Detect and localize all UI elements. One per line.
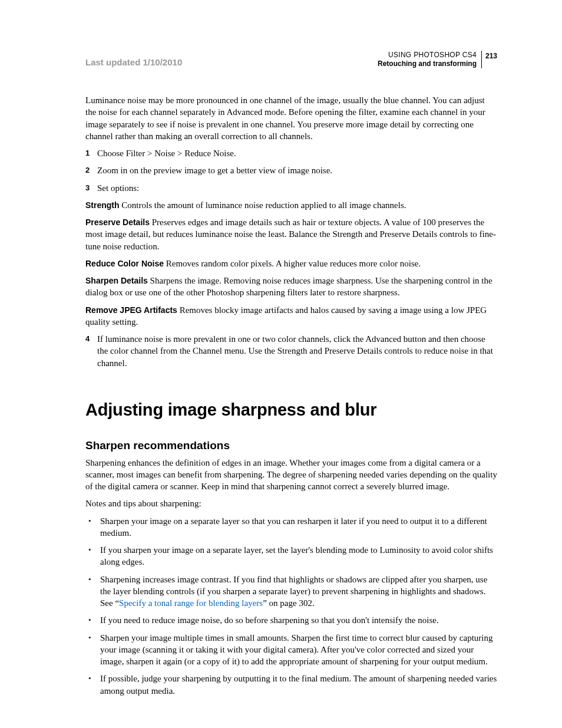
step-3: 3 Set options: xyxy=(85,182,497,194)
tip-item: • Sharpen your image on a separate layer… xyxy=(85,515,497,539)
definition-strength: Strength Controls the amount of luminanc… xyxy=(85,199,497,211)
step-text: Set options: xyxy=(97,182,497,194)
step-4: 4 If luminance noise is more prevalent i… xyxy=(85,333,497,369)
def-term: Remove JPEG Artifacts xyxy=(85,305,177,315)
tip-text: Sharpen your image on a separate layer s… xyxy=(100,515,497,539)
bullet-icon: • xyxy=(85,574,100,585)
def-text: Controls the amount of luminance noise r… xyxy=(120,200,406,210)
tip-text: Sharpening increases image contrast. If … xyxy=(100,574,497,610)
bullet-icon: • xyxy=(85,632,100,643)
def-term: Preserve Details xyxy=(85,218,150,227)
bullet-icon: • xyxy=(85,614,100,625)
tip-item: • Sharpening increases image contrast. I… xyxy=(85,574,497,610)
notes-intro: Notes and tips about sharpening: xyxy=(85,498,497,509)
step-number: 3 xyxy=(85,182,97,193)
step-number: 1 xyxy=(85,147,97,159)
page-header: Last updated 1/10/2010 USING PHOTOSHOP C… xyxy=(85,51,497,68)
tip-item: • If you sharpen your image on a separat… xyxy=(85,544,497,568)
definition-remove-jpeg-artifacts: Remove JPEG Artifacts Removes blocky ima… xyxy=(85,304,497,328)
tip-item: • If possible, judge your sharpening by … xyxy=(85,673,497,697)
tip-text: If you sharpen your image on a separate … xyxy=(100,544,497,568)
numbered-steps: 1 Choose Filter > Noise > Reduce Noise. … xyxy=(85,147,497,194)
def-term: Sharpen Details xyxy=(85,276,148,285)
tip-text: Sharpen your image multiple times in sma… xyxy=(100,632,497,668)
numbered-steps-continued: 4 If luminance noise is more prevalent i… xyxy=(85,333,497,369)
step-1: 1 Choose Filter > Noise > Reduce Noise. xyxy=(85,147,497,159)
bullet-tips: • Sharpen your image on a separate layer… xyxy=(85,515,497,697)
bullet-icon: • xyxy=(85,673,100,684)
section-title: Retouching and transforming xyxy=(378,60,477,68)
tip-item: • If you need to reduce image noise, do … xyxy=(85,614,497,626)
header-right-text: USING PHOTOSHOP CS4 Retouching and trans… xyxy=(378,51,482,68)
bullet-icon: • xyxy=(85,515,100,526)
step-text: If luminance noise is more prevalent in … xyxy=(97,333,497,369)
heading-adjusting-sharpness: Adjusting image sharpness and blur xyxy=(85,398,497,421)
tip-text: If possible, judge your sharpening by ou… xyxy=(100,673,497,697)
def-term: Strength xyxy=(85,200,120,210)
step-2: 2 Zoom in on the preview image to get a … xyxy=(85,164,497,176)
step-number: 4 xyxy=(85,333,97,344)
def-term: Reduce Color Noise xyxy=(85,259,164,268)
page-container: Last updated 1/10/2010 USING PHOTOSHOP C… xyxy=(0,0,562,728)
step-text: Choose Filter > Noise > Reduce Noise. xyxy=(97,147,497,159)
last-updated: Last updated 1/10/2010 xyxy=(85,57,182,68)
intro-paragraph: Luminance noise may be more pronounced i… xyxy=(85,94,497,142)
doc-title: USING PHOTOSHOP CS4 xyxy=(378,51,477,60)
def-text: Removes random color pixels. A higher va… xyxy=(164,259,421,268)
tip-text-post: ” on page 302. xyxy=(263,598,314,608)
cross-reference-link[interactable]: Specify a tonal range for blending layer… xyxy=(119,598,263,608)
page-number: 213 xyxy=(482,52,497,68)
sharpen-intro-paragraph: Sharpening enhances the definition of ed… xyxy=(85,457,497,493)
step-number: 2 xyxy=(85,164,97,176)
tip-item: • Sharpen your image multiple times in s… xyxy=(85,632,497,668)
step-text: Zoom in on the preview image to get a be… xyxy=(97,164,497,176)
definition-reduce-color-noise: Reduce Color Noise Removes random color … xyxy=(85,258,497,269)
definition-sharpen-details: Sharpen Details Sharpens the image. Remo… xyxy=(85,275,497,299)
tip-text: If you need to reduce image noise, do so… xyxy=(100,614,497,626)
page-content: Luminance noise may be more pronounced i… xyxy=(85,94,497,697)
definition-preserve-details: Preserve Details Preserves edges and ima… xyxy=(85,216,497,252)
heading-sharpen-recommendations: Sharpen recommendations xyxy=(85,438,497,453)
header-right: USING PHOTOSHOP CS4 Retouching and trans… xyxy=(378,51,497,68)
bullet-icon: • xyxy=(85,544,100,555)
